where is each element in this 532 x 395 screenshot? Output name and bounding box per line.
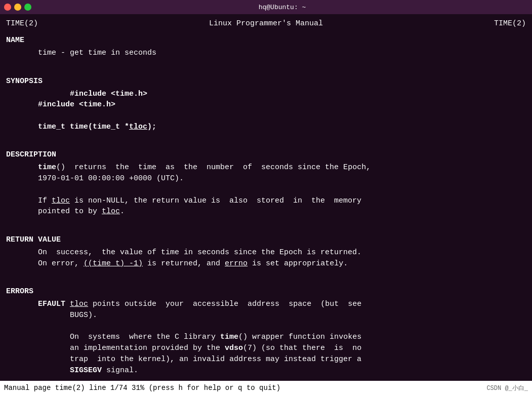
- header-center: Linux Programmer's Manual: [209, 18, 323, 29]
- description-line1: time() returns the time as the number of…: [6, 162, 526, 173]
- maximize-button[interactable]: [24, 4, 31, 11]
- errors-trap: trap into the kernel), an invalid addres…: [6, 354, 526, 365]
- header-left: TIME(2): [6, 18, 38, 29]
- section-name-label: NAME: [6, 35, 526, 46]
- errors-systems: On systems where the C library time() wr…: [6, 332, 526, 343]
- titlebar: hq@Ubuntu: ~: [0, 0, 532, 14]
- section-synopsis-label: SYNOPSIS: [6, 76, 526, 87]
- synopsis-proto: time_t time(time_t *tloc);: [6, 122, 526, 133]
- errors-vdso: an implementation provided by the vdso(7…: [6, 343, 526, 354]
- terminal-body[interactable]: TIME(2) Linux Programmer's Manual TIME(2…: [0, 14, 532, 381]
- synopsis-include: #include <time.h>: [6, 89, 526, 100]
- section-description-label: DESCRIPTION: [6, 149, 526, 160]
- return-line2: On error, ((time_t) -1) is returned, and…: [6, 258, 526, 269]
- return-line1: On success, the value of time in seconds…: [6, 247, 526, 258]
- statusbar: Manual page time(2) line 1/74 31% (press…: [0, 381, 532, 395]
- errors-bugs: BUGS).: [6, 310, 526, 321]
- statusbar-text: Manual page time(2) line 1/74 31% (press…: [4, 384, 280, 392]
- minimize-button[interactable]: [14, 4, 21, 11]
- window-title: hq@Ubuntu: ~: [36, 4, 528, 11]
- synopsis-include-line: #include <time.h>: [6, 99, 526, 110]
- manpage-header: TIME(2) Linux Programmer's Manual TIME(2…: [6, 18, 526, 29]
- close-button[interactable]: [4, 4, 11, 11]
- description-line2: 1970-01-01 00:00:00 +0000 (UTC).: [6, 173, 526, 184]
- description-line3: If tloc is non-NULL, the return value is…: [6, 195, 526, 207]
- section-errors-label: ERRORS: [6, 286, 526, 297]
- section-return-label: RETURN VALUE: [6, 234, 526, 245]
- name-content: time - get time in seconds: [6, 48, 526, 59]
- terminal-window: hq@Ubuntu: ~ TIME(2) Linux Programmer's …: [0, 0, 532, 395]
- window-controls[interactable]: [4, 4, 31, 11]
- statusbar-credit: CSDN @_小白_: [486, 384, 528, 392]
- header-right: TIME(2): [494, 18, 526, 29]
- errors-sigsegv: SIGSEGV signal.: [6, 365, 526, 376]
- description-line4: pointed to by tloc.: [6, 206, 526, 217]
- errors-efault: EFAULT tloc points outside your accessib…: [6, 299, 526, 310]
